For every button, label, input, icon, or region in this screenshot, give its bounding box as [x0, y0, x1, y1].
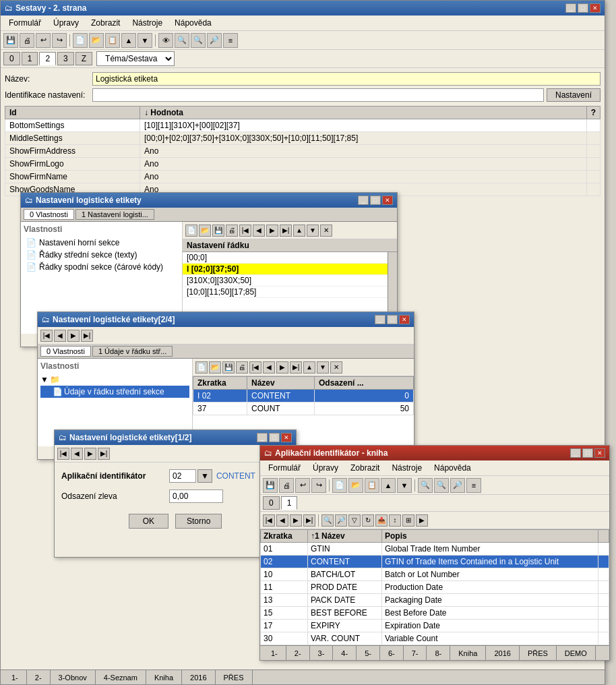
d4-row-6[interactable]: 17 EXPIRY Expiration Date: [261, 620, 609, 632]
d4-filter[interactable]: ▽: [348, 514, 361, 527]
tree-radky-stredni[interactable]: 📄 Řádky střední sekce (texty): [24, 249, 179, 261]
d4-tab-0[interactable]: 0: [263, 496, 280, 510]
undo-icon[interactable]: ↩: [36, 33, 51, 48]
dialog1-row-3[interactable]: [10;0][11;50][17;85]: [183, 287, 397, 298]
d4-grid[interactable]: ⊞: [402, 514, 414, 527]
d4-copy[interactable]: 📋: [365, 478, 379, 493]
d2itb-first[interactable]: |◀: [249, 361, 261, 374]
preview-icon[interactable]: 👁: [158, 33, 173, 48]
itb-open[interactable]: 📂: [199, 225, 211, 237]
theme-dropdown[interactable]: Téma/Sestava: [96, 51, 175, 66]
d4-print[interactable]: 🖨: [279, 478, 294, 493]
search2-icon[interactable]: 🔍: [191, 33, 206, 48]
d4-row-4[interactable]: 13 PACK DATE Packaging Date: [261, 594, 609, 607]
d4-row-3[interactable]: 11 PROD DATE Production Date: [261, 581, 609, 594]
menu-napoveda[interactable]: Nápověda: [169, 17, 217, 29]
d4-row-2[interactable]: 10 BATCH/LOT Batch or Lot Number: [261, 568, 609, 581]
itb-up[interactable]: ▲: [293, 225, 305, 237]
d4-first[interactable]: |◀: [263, 514, 275, 527]
dialog2-tab-1[interactable]: 1 Údaje v řádku stř...: [92, 346, 173, 357]
d4-search-a[interactable]: 🔍: [321, 514, 334, 527]
d4-redo[interactable]: ↪: [311, 478, 326, 493]
dialog1-close[interactable]: ✕: [382, 196, 393, 205]
d4-search3[interactable]: 🔎: [450, 478, 465, 493]
d4-search1[interactable]: 🔍: [418, 478, 433, 493]
dialog1-maximize[interactable]: □: [370, 196, 381, 205]
dialog2-row-0[interactable]: I 02 CONTENT 0: [193, 390, 414, 403]
print-icon[interactable]: 🖨: [20, 33, 34, 48]
d2-first[interactable]: |◀: [40, 330, 53, 342]
d4-row-0[interactable]: 01 GTIN Global Trade Item Number: [261, 543, 609, 556]
d4-menu-upravy[interactable]: Úpravy: [307, 462, 344, 474]
dialog4-minimize[interactable]: _: [570, 448, 581, 458]
dialog2-tab-0[interactable]: 0 Vlastnosti: [40, 346, 91, 357]
move-down-icon[interactable]: ▼: [137, 33, 152, 48]
d4-new[interactable]: 📄: [332, 478, 347, 493]
d4-list[interactable]: ≡: [466, 478, 481, 493]
dialog2-close[interactable]: ✕: [399, 315, 410, 324]
d2-next[interactable]: ▶: [67, 330, 80, 342]
itb-x[interactable]: ✕: [320, 225, 332, 237]
redo-icon[interactable]: ↪: [52, 33, 67, 48]
d2itb-next[interactable]: ▶: [276, 361, 288, 374]
d4-open[interactable]: 📂: [348, 478, 363, 493]
d2itb-save[interactable]: 💾: [222, 361, 235, 374]
close-button[interactable]: ✕: [590, 3, 600, 13]
dialog3-minimize[interactable]: _: [257, 433, 268, 442]
itb-last[interactable]: ▶|: [280, 225, 292, 237]
d4-last[interactable]: ▶|: [303, 514, 315, 527]
copy-icon[interactable]: 📋: [105, 33, 120, 48]
new-icon[interactable]: 📄: [73, 33, 88, 48]
search3-icon[interactable]: 🔎: [207, 33, 222, 48]
d4-menu-zobrazit[interactable]: Zobrazit: [345, 462, 385, 474]
menu-formulare[interactable]: Formulář: [3, 17, 47, 29]
d3-prev[interactable]: ◀: [71, 448, 83, 460]
dialog1-tab-0[interactable]: 0 Vlastnosti: [24, 209, 74, 220]
d4-tab-1[interactable]: 1: [281, 496, 298, 510]
dialog1-minimize[interactable]: _: [358, 196, 369, 205]
dialog3-close[interactable]: ✕: [281, 433, 292, 442]
d2itb-prev[interactable]: ◀: [263, 361, 275, 374]
tab-0[interactable]: 0: [3, 52, 20, 65]
dialog4-maximize[interactable]: □: [582, 448, 593, 458]
d2itb-up[interactable]: ▲: [303, 361, 315, 374]
d4-save[interactable]: 💾: [263, 478, 278, 493]
tree-radky-spodni[interactable]: 📄 Řádky spodní sekce (čárové kódy): [24, 261, 179, 273]
itb-new[interactable]: 📄: [185, 225, 197, 237]
d4-undo[interactable]: ↩: [295, 478, 310, 493]
dialog1-row-2[interactable]: [310X;0][330X;50]: [183, 275, 397, 287]
menu-nastroje[interactable]: Nástroje: [127, 17, 168, 29]
d4-row-1[interactable]: 02 CONTENT GTIN of Trade Items Contained…: [261, 556, 609, 568]
storno-button[interactable]: Storno: [175, 514, 222, 529]
d4-next[interactable]: ▶: [290, 514, 302, 527]
d2itb-last[interactable]: ▶|: [290, 361, 302, 374]
maximize-button[interactable]: □: [578, 3, 588, 13]
itb-print[interactable]: 🖨: [226, 225, 238, 237]
d2-last[interactable]: ▶|: [81, 330, 93, 342]
tab-2[interactable]: 2: [39, 52, 56, 65]
itb-save[interactable]: 💾: [212, 225, 224, 237]
table-row[interactable]: ShowFirmAddress Ano: [5, 145, 600, 158]
tree-nastaveni-horni[interactable]: 📄 Nastavení horní sekce: [24, 237, 179, 249]
d3-next[interactable]: ▶: [84, 448, 96, 460]
tab-z[interactable]: Z: [75, 52, 92, 65]
dialog1-row-0[interactable]: [00;0]: [183, 252, 397, 264]
d4-row-7[interactable]: 30 VAR. COUNT Variable Count: [261, 632, 609, 645]
search1-icon[interactable]: 🔍: [175, 33, 189, 48]
minimize-button[interactable]: _: [565, 3, 576, 13]
d2itb-x[interactable]: ✕: [330, 361, 342, 374]
d4-export[interactable]: 📤: [375, 514, 388, 527]
d4-search2[interactable]: 🔍: [434, 478, 449, 493]
d4-more[interactable]: ▶: [416, 514, 428, 527]
tab-3[interactable]: 3: [57, 52, 74, 65]
itb-prev[interactable]: ◀: [253, 225, 265, 237]
aplikacni-id-dropdown-btn[interactable]: ▼: [197, 469, 212, 483]
d4-sort[interactable]: ↕: [389, 514, 401, 527]
tab-1[interactable]: 1: [22, 52, 38, 65]
d4-menu-formulare[interactable]: Formulář: [263, 462, 306, 474]
table-row[interactable]: ShowFirmLogo Ano: [5, 158, 600, 171]
dialog2-row-1[interactable]: 37 COUNT 50: [193, 403, 414, 415]
d2itb-print[interactable]: 🖨: [236, 361, 248, 374]
nastaveni-button[interactable]: Nastavení: [547, 88, 600, 102]
dialog2-tree-item[interactable]: 📄 Údaje v řádku střední sekce: [40, 386, 189, 398]
